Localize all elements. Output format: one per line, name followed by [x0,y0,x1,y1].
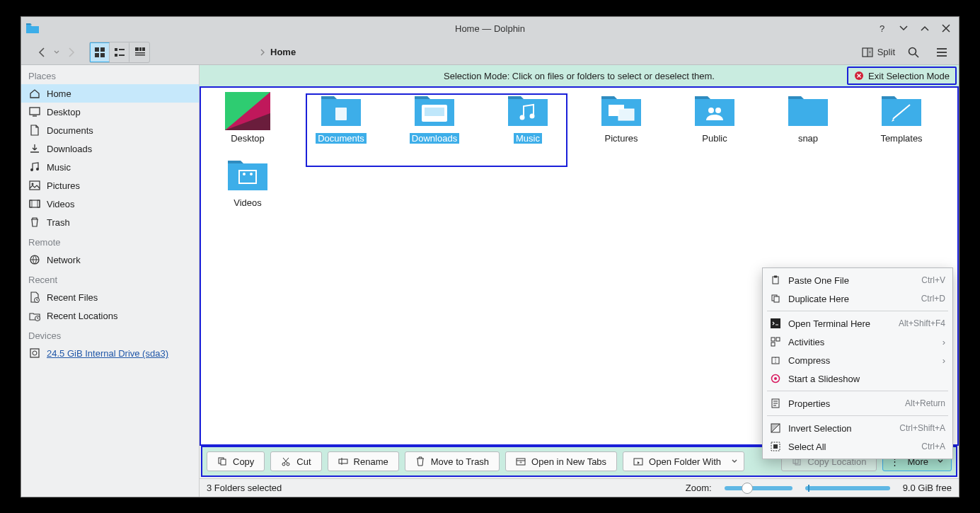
menu-paste[interactable]: Paste One FileCtrl+V [763,271,952,289]
sidebar-item-recent-locations[interactable]: Recent Locations [21,306,199,325]
svg-rect-8 [119,54,125,56]
svg-rect-56 [774,296,779,302]
maximize-icon[interactable] [919,23,930,34]
desktop-icon [28,106,41,117]
file-label: Downloads [410,133,459,144]
sidebar-item-drive[interactable]: 24.5 GiB Internal Drive (sda3) [21,344,199,362]
svg-point-74 [282,463,285,466]
breadcrumb-home[interactable]: Home [270,47,296,57]
capacity-bar [805,486,890,490]
view-compact-button[interactable] [110,42,129,62]
sidebar-item-home[interactable]: Home [21,84,199,103]
svg-rect-23 [30,108,40,115]
folder-pictures-icon [599,92,644,130]
home-icon [28,88,41,99]
menu-duplicate[interactable]: Duplicate HereCtrl+D [763,289,952,308]
svg-point-44 [520,115,525,120]
sidebar-item-trash[interactable]: Trash [21,213,199,231]
close-icon[interactable] [940,23,952,34]
chevron-right-icon [259,49,266,56]
zoom-slider[interactable] [725,486,792,490]
sidebar-item-documents[interactable]: Documents [21,121,199,139]
file-label: Music [514,133,542,144]
svg-rect-27 [30,181,40,190]
videos-icon [28,198,41,209]
svg-point-28 [32,183,34,185]
chevron-right-icon: › [942,355,945,366]
menu-invert-selection[interactable]: Invert SelectionCtrl+Shift+A [763,419,952,437]
file-item-snap[interactable]: snap [776,92,841,144]
selection-mode-banner: Selection Mode: Click on files or folder… [200,65,959,86]
menu-activities[interactable]: Activities› [763,333,952,351]
svg-text:?: ? [880,23,884,33]
sidebar-item-desktop[interactable]: Desktop [21,103,199,121]
file-item-pictures[interactable]: Pictures [589,92,654,144]
status-bar: 3 Folders selected Zoom: 9.0 GiB free [200,478,959,497]
svg-point-51 [243,173,246,175]
app-folder-icon [25,21,40,35]
menu-compress[interactable]: Compress› [763,351,952,369]
svg-rect-4 [100,53,105,57]
svg-rect-5 [115,48,117,51]
breadcrumb[interactable]: Home [259,47,296,57]
trash-icon [28,217,41,228]
file-item-downloads[interactable]: Downloads [402,92,467,144]
svg-rect-10 [139,47,142,51]
file-view[interactable]: Desktop Documents [200,86,959,446]
folder-downloads-icon [412,92,457,130]
help-icon[interactable]: ? [877,23,888,34]
open-folder-with-button[interactable]: Open Folder With [623,451,744,471]
svg-point-49 [715,108,721,113]
menu-select-all[interactable]: Select AllCtrl+A [763,437,952,456]
nav-back-button[interactable] [33,42,52,62]
split-view-button[interactable]: + Split [862,47,895,58]
sidebar-item-videos[interactable]: Videos [21,195,199,213]
hamburger-menu-button[interactable] [932,42,952,62]
context-menu: Paste One FileCtrl+V Duplicate HereCtrl+… [762,267,953,459]
file-item-public[interactable]: Public [682,92,747,144]
folder-documents-icon [318,92,364,130]
file-label: Pictures [603,133,640,144]
sidebar-item-network[interactable]: Network [21,250,199,269]
drive-icon [28,347,41,359]
file-item-templates[interactable]: Templates [869,92,934,144]
menu-slideshow[interactable]: Start a Slideshow [763,369,952,388]
close-circle-icon [854,71,864,81]
pictures-icon [28,180,41,191]
downloads-icon [28,143,41,154]
sidebar-item-music[interactable]: Music [21,158,199,176]
nav-forward-button[interactable] [61,42,81,62]
desktop-thumb-icon [225,92,270,130]
search-button[interactable] [904,42,923,62]
menu-properties[interactable]: PropertiesAlt+Return [763,394,952,413]
file-item-videos[interactable]: Videos [215,156,280,208]
rename-button[interactable]: Rename [328,451,399,471]
move-to-trash-button[interactable]: Move to Trash [405,451,500,471]
cut-button[interactable]: Cut [270,451,321,471]
window-title: Home — Dolphin [21,23,959,34]
main-area: Selection Mode: Click on files or folder… [200,65,959,497]
menu-open-terminal[interactable]: Open Terminal HereAlt+Shift+F4 [763,314,952,333]
file-item-music[interactable]: Music [495,92,560,144]
open-in-new-tabs-button[interactable]: +Open in New Tabs [505,451,617,471]
svg-rect-11 [142,47,145,51]
sidebar-item-pictures[interactable]: Pictures [21,176,199,195]
duplicate-icon [770,294,781,304]
copy-button[interactable]: Copy [207,451,265,471]
exit-selection-mode-button[interactable]: Exit Selection Mode [847,67,957,85]
minimize-icon[interactable] [898,23,909,34]
sidebar-item-recent-files[interactable]: Recent Files [21,288,199,306]
slideshow-icon [770,374,781,384]
sidebar-item-downloads[interactable]: Downloads [21,139,199,158]
svg-rect-57 [771,318,780,328]
view-details-button[interactable] [129,42,149,62]
view-icons-button[interactable] [90,42,110,62]
properties-icon [770,398,781,408]
folder-music-icon [505,92,550,130]
folder-icon [785,92,831,130]
nav-back-menu[interactable] [52,42,61,62]
file-item-documents[interactable]: Documents [309,92,374,144]
file-item-desktop[interactable]: Desktop [215,92,280,144]
drive-link[interactable]: 24.5 GiB Internal Drive (sda3) [47,348,168,359]
svg-rect-3 [95,53,99,57]
